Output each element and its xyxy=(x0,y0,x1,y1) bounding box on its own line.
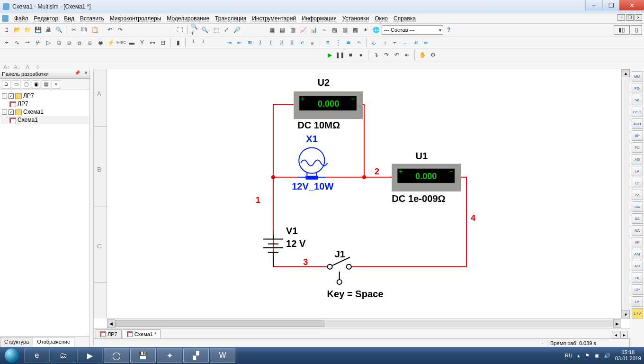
probe-i-button[interactable]: ⇤ xyxy=(235,38,244,47)
4ch-scope-icon[interactable]: 4CH xyxy=(632,118,643,129)
bode-icon[interactable]: BP xyxy=(632,130,643,141)
watch-button[interactable]: ⚙ xyxy=(428,50,438,60)
logic-converter-icon[interactable]: LC xyxy=(632,178,643,188)
tray-arrow-icon[interactable]: ▴ xyxy=(577,353,580,359)
place-power-button[interactable]: ⚡ xyxy=(106,38,116,47)
place-electromech-button[interactable]: ⊶ xyxy=(148,38,157,47)
tb-sheet3-icon[interactable]: ▤ xyxy=(42,80,50,89)
probe-p-button[interactable]: ≋ xyxy=(245,38,255,47)
component-u2[interactable]: 0.000 + − V U2 DC 10MΩ xyxy=(294,77,363,131)
probe-f-button[interactable]: ⧚ xyxy=(277,38,286,47)
bb2-button[interactable]: ▨ xyxy=(340,25,349,35)
bb1-button[interactable]: ▧ xyxy=(330,25,339,35)
menu-mcu[interactable]: Микроконтроллеры xyxy=(107,14,164,23)
wattmeter-icon[interactable]: W xyxy=(632,95,643,105)
step-back-button[interactable]: ⇤ xyxy=(402,50,412,60)
menu-sim[interactable]: Моделирование xyxy=(164,14,212,23)
task-app1[interactable]: ✦ xyxy=(157,348,182,363)
tab-display[interactable]: Отображение xyxy=(33,337,74,347)
place-advanced-button[interactable]: ▬ xyxy=(127,38,136,47)
component-x1[interactable] xyxy=(297,147,327,179)
place-misc-digital-button[interactable]: ⧈ xyxy=(75,38,84,47)
probe-k-button[interactable]: ⋮ xyxy=(333,38,343,47)
tray-volume-icon[interactable]: 🔊 xyxy=(604,353,610,359)
probe-v-button[interactable]: ⇥ xyxy=(224,38,234,47)
probe-e-button[interactable]: ⧙ xyxy=(266,38,276,47)
window-close-button[interactable]: ✕ xyxy=(619,0,644,10)
place-source-button[interactable]: ÷ xyxy=(2,38,11,47)
sim-switch-run[interactable]: ▮▯ xyxy=(614,25,630,35)
agilent-osc-icon[interactable]: AO xyxy=(632,261,643,271)
place-cmos-button[interactable]: ⧇ xyxy=(64,38,74,47)
probe-n-button[interactable]: ⫝ xyxy=(369,38,379,47)
spectrum-icon[interactable]: SA xyxy=(632,213,643,224)
world-button[interactable]: 🌐 xyxy=(371,25,381,35)
menu-transfer[interactable]: Трансляция xyxy=(212,14,249,23)
place-mcu-button[interactable]: ▮ xyxy=(173,38,183,47)
menu-view[interactable]: Вид xyxy=(61,14,77,23)
task-media[interactable]: ▶ xyxy=(77,348,103,363)
window-maximize-button[interactable]: ❐ xyxy=(602,0,619,10)
record-button[interactable]: ● xyxy=(356,50,366,60)
scroll-right-button[interactable]: ▶ xyxy=(613,319,621,328)
open-sample-button[interactable]: 📁 xyxy=(23,25,32,35)
window-minimize-button[interactable]: ─ xyxy=(585,0,602,10)
tree-item-lr7[interactable]: ЛР7 xyxy=(18,100,28,108)
print-button[interactable]: 🖶 xyxy=(44,25,53,35)
tb-up-icon[interactable]: ▿ xyxy=(52,80,60,89)
breakpoint-button[interactable]: ✋ xyxy=(418,50,427,60)
place-mixed-button[interactable]: ⧆ xyxy=(85,38,95,47)
menu-tools[interactable]: Инструментарий xyxy=(249,14,299,23)
tab-structure[interactable]: Структура xyxy=(0,337,33,347)
menu-edit[interactable]: Редактор xyxy=(31,14,62,23)
tb-new-icon[interactable]: 🗋 xyxy=(2,80,10,89)
task-save[interactable]: 💾 xyxy=(130,348,156,363)
tab-scroll-right[interactable]: ▸ xyxy=(620,331,628,338)
measurement-probe-icon[interactable]: 1.4V xyxy=(632,308,643,318)
task-chrome[interactable]: ◯ xyxy=(104,348,129,363)
grid-button[interactable]: ▤ xyxy=(277,25,287,35)
tb-sheet2-icon[interactable]: ▣ xyxy=(32,80,40,89)
place-diode-button[interactable]: ⭲ xyxy=(23,38,32,47)
mdi-restore-button[interactable]: ❐ xyxy=(626,14,634,21)
system-tray[interactable]: RU ▴ ⚑ ▣ 🔊 15:18 03.01.2019 xyxy=(565,349,644,362)
tray-flag-icon[interactable]: ⚑ xyxy=(585,353,590,359)
props-button[interactable]: ▩ xyxy=(350,25,360,35)
agilent-mm-icon[interactable]: AM xyxy=(632,249,643,259)
place-transistor-button[interactable]: ⊬ xyxy=(33,38,43,47)
task-word[interactable]: W xyxy=(210,348,235,363)
place-indicator-button[interactable]: ◉ xyxy=(96,38,105,47)
tab-lr7[interactable]: ЛР7 xyxy=(96,329,122,338)
zoom-out-button[interactable]: 🔍- xyxy=(201,25,210,35)
mdi-minimize-button[interactable]: - xyxy=(617,14,625,21)
vertical-scrollbar[interactable]: ▲ ▼ xyxy=(621,69,630,318)
probe-s-button[interactable]: ⫢ xyxy=(421,38,431,47)
db-button[interactable]: ▥ xyxy=(288,25,297,35)
tree-root-lr7[interactable]: ЛР7 xyxy=(23,92,34,100)
place-basic-button[interactable]: ∿ xyxy=(12,38,22,47)
sim-switch-stop[interactable]: ▯ xyxy=(631,25,642,35)
component-j1[interactable] xyxy=(328,257,351,284)
agilent-fg-icon[interactable]: AF xyxy=(632,237,643,247)
tree-item-schema1[interactable]: Схема1 xyxy=(18,116,38,124)
save-button[interactable]: 💾 xyxy=(33,25,43,35)
task-ie[interactable]: e xyxy=(24,348,50,363)
component-v1[interactable] xyxy=(263,177,283,267)
new-button[interactable]: 🗋 xyxy=(2,25,11,35)
zoom-in-button[interactable]: 🔍+ xyxy=(190,25,200,35)
step-into-button[interactable]: ↴ xyxy=(371,50,381,60)
labview-icon[interactable]: LV xyxy=(632,296,643,307)
wiz-button[interactable]: ✶ xyxy=(361,25,370,35)
probe-o-button[interactable]: ⫞ xyxy=(380,38,389,47)
full-screen-button[interactable]: ⛶ xyxy=(175,25,185,35)
place-component-button[interactable]: ▦ xyxy=(267,25,277,35)
freq-counter-icon[interactable]: FC xyxy=(632,142,643,153)
cut-button[interactable]: ✂ xyxy=(69,25,79,35)
paste-button[interactable]: 📋 xyxy=(90,25,99,35)
redo-button[interactable]: ↷ xyxy=(116,25,125,35)
undo-button[interactable]: ↶ xyxy=(105,25,115,35)
hierarchy-button[interactable]: └ xyxy=(188,38,198,47)
probe-d-button[interactable]: ⧘ xyxy=(256,38,265,47)
tree-root-schema1[interactable]: Схема1 xyxy=(23,108,44,116)
mdi-close-button[interactable]: × xyxy=(635,14,642,21)
